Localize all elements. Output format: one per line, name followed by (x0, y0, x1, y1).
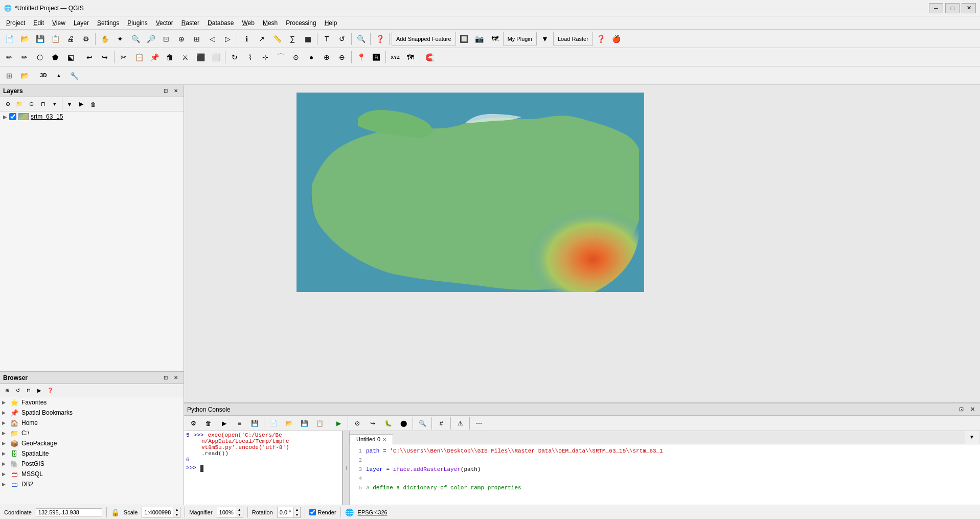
zoom-full-button[interactable]: ⊞ (190, 32, 204, 46)
browser-item-geopackage[interactable]: ▶ 📦 GeoPackage (0, 438, 184, 448)
layer-options-button[interactable]: ▾ (49, 99, 60, 110)
layers-detach-button[interactable]: ⊡ (161, 86, 170, 96)
code-editor[interactable]: 1 path = 'C:\\Users\\Ben\\Desktop\\GIS F… (350, 444, 980, 505)
3d-button[interactable]: 3D (36, 69, 51, 83)
remove-layer-button[interactable]: ⊖ (26, 99, 37, 110)
console-options-button[interactable]: ≡ (232, 416, 246, 431)
zoom-last-button[interactable]: ◁ (205, 32, 219, 46)
new-project-button[interactable]: 📄 (2, 32, 16, 46)
load-raster-button[interactable]: Load Raster (553, 32, 593, 46)
cut-features-button[interactable]: ✂ (117, 50, 131, 64)
console-run-code-button[interactable]: ▶ (217, 416, 231, 431)
vertex-tool-button[interactable]: ⬟ (48, 50, 62, 64)
fill-ring-button[interactable]: ● (304, 50, 318, 64)
snapping-button[interactable]: 🧲 (422, 50, 437, 64)
layer-item-srtm[interactable]: ▶ srtm_63_15 (0, 111, 184, 122)
coordinate-input[interactable] (36, 508, 102, 516)
menu-raster[interactable]: Raster (177, 18, 203, 28)
browser-filter-button[interactable]: ⊓ (24, 386, 34, 396)
console-more-button[interactable]: ⋯ (472, 416, 486, 431)
menu-processing[interactable]: Processing (282, 18, 320, 28)
plugin-new-layer[interactable]: 🗺 (488, 32, 502, 46)
crs-label[interactable]: EPSG:4326 (358, 509, 388, 515)
collapse-all-button[interactable]: ▶ (76, 99, 87, 110)
offset-curve-button[interactable]: ⌇ (243, 50, 257, 64)
pan-to-selection-button[interactable]: ✦ (113, 32, 127, 46)
paste-features-button[interactable]: 📌 (147, 50, 162, 64)
pin-annotations-button[interactable]: 📍 (354, 50, 368, 64)
help2-button[interactable]: ❓ (594, 32, 608, 46)
menu-mesh[interactable]: Mesh (259, 18, 282, 28)
open-project-button[interactable]: 📂 (17, 32, 32, 46)
merge-button[interactable]: ⬜ (209, 50, 223, 64)
menu-layer[interactable]: Layer (70, 18, 93, 28)
xyz-button[interactable]: XYZ (388, 50, 402, 64)
console-tab-untitled0[interactable]: Untitled-0 ✕ (350, 434, 393, 444)
new-layer-button[interactable]: ⊞ (2, 69, 16, 83)
pan-button[interactable]: ✋ (98, 32, 112, 46)
zoom-in-button[interactable]: 🔍 (128, 32, 143, 46)
console-editor-saveas-button[interactable]: 📋 (312, 416, 327, 431)
console-breakpoint-button[interactable]: ⬤ (396, 416, 411, 431)
magnifier-spinbox[interactable]: 100% ▲ ▼ (217, 507, 243, 518)
console-expand-button[interactable]: ▼ (965, 431, 979, 444)
ext-settings-button[interactable]: 🔧 (67, 69, 81, 83)
remove-all-layers-button[interactable]: 🗑 (87, 99, 99, 110)
console-find-button[interactable]: 🔍 (415, 416, 429, 431)
3d-fly-button[interactable]: ▲ (52, 69, 66, 83)
georef-button[interactable]: 🗺 (403, 50, 418, 64)
menu-project[interactable]: Project (2, 18, 29, 28)
simplify-button[interactable]: ⌒ (274, 50, 288, 64)
add-part-button[interactable]: ⊕ (320, 50, 334, 64)
console-editor-new-button[interactable]: 📄 (266, 416, 281, 431)
magnifier-up-button[interactable]: ▲ (236, 507, 243, 512)
browser-close-button[interactable]: ✕ (171, 373, 180, 382)
open-layer-button[interactable]: 📂 (17, 69, 32, 83)
console-stop-button[interactable]: ⊘ (350, 416, 364, 431)
save-as-button[interactable]: 📋 (48, 32, 62, 46)
console-tab-close-button[interactable]: ✕ (382, 437, 386, 442)
filter-layer-button[interactable]: ⊓ (37, 99, 49, 110)
menu-edit[interactable]: Edit (29, 18, 48, 28)
help-button[interactable]: ❓ (373, 32, 387, 46)
add-ring-button[interactable]: ⊙ (289, 50, 303, 64)
browser-refresh-button[interactable]: ↺ (13, 386, 23, 396)
layers-close-button[interactable]: ✕ (171, 86, 180, 96)
browser-item-postgis[interactable]: ▶ 🐘 PostGIS (0, 459, 184, 469)
menu-plugins[interactable]: Plugins (123, 18, 151, 28)
refresh-button[interactable]: ↺ (335, 32, 349, 46)
console-editor-save-button[interactable]: 💾 (297, 416, 311, 431)
reshape-button[interactable]: ⬛ (193, 50, 208, 64)
copy-features-button[interactable]: 📋 (132, 50, 146, 64)
open-layer-manager-button[interactable]: ⊕ (2, 99, 13, 110)
layer-visibility-checkbox[interactable] (9, 113, 16, 120)
expand-all-button[interactable]: ▼ (64, 99, 75, 110)
delete-ring-button[interactable]: ⊖ (335, 50, 349, 64)
my-plugin-dropdown[interactable]: ▼ (538, 32, 552, 46)
menu-view[interactable]: View (48, 18, 70, 28)
minimize-button[interactable]: ─ (929, 3, 943, 13)
console-input-area[interactable]: 5 >>> exec(open('C:/Users/Be n/AppData/L… (184, 431, 343, 505)
browser-item-c-drive[interactable]: ▶ 📁 C:\ (0, 428, 184, 438)
console-continue-button[interactable]: ↪ (366, 416, 380, 431)
redo-button[interactable]: ↪ (98, 50, 112, 64)
scale-up-button[interactable]: ▲ (173, 507, 180, 512)
browser-item-db2[interactable]: ▶ 🗃 DB2 (0, 479, 184, 489)
my-plugin-button[interactable]: My Plugin (503, 32, 537, 46)
scale-down-button[interactable]: ▼ (173, 512, 180, 517)
undo-button[interactable]: ↩ (82, 50, 97, 64)
select-button[interactable]: ↗ (255, 32, 269, 46)
delete-features-button[interactable]: 🗑 (163, 50, 177, 64)
console-editor-open-button[interactable]: 📂 (282, 416, 296, 431)
plugin-icon-2[interactable]: 📷 (472, 32, 487, 46)
console-detach-button[interactable]: ⊡ (956, 405, 966, 414)
rotate-point-button[interactable]: ↻ (227, 50, 242, 64)
browser-item-bookmarks[interactable]: ▶ 📌 Spatial Bookmarks (0, 408, 184, 418)
browser-item-mssql[interactable]: ▶ 🗃 MSSQL (0, 469, 184, 479)
zoom-to-layer-button[interactable]: ⊡ (159, 32, 173, 46)
settings-button[interactable]: ⚙ (79, 32, 93, 46)
browser-item-home[interactable]: ▶ 🏠 Home (0, 418, 184, 428)
menu-database[interactable]: Database (203, 18, 238, 28)
measure-button[interactable]: 📏 (270, 32, 284, 46)
rotation-spinbox[interactable]: 0.0 ° ▲ ▼ (277, 507, 301, 518)
